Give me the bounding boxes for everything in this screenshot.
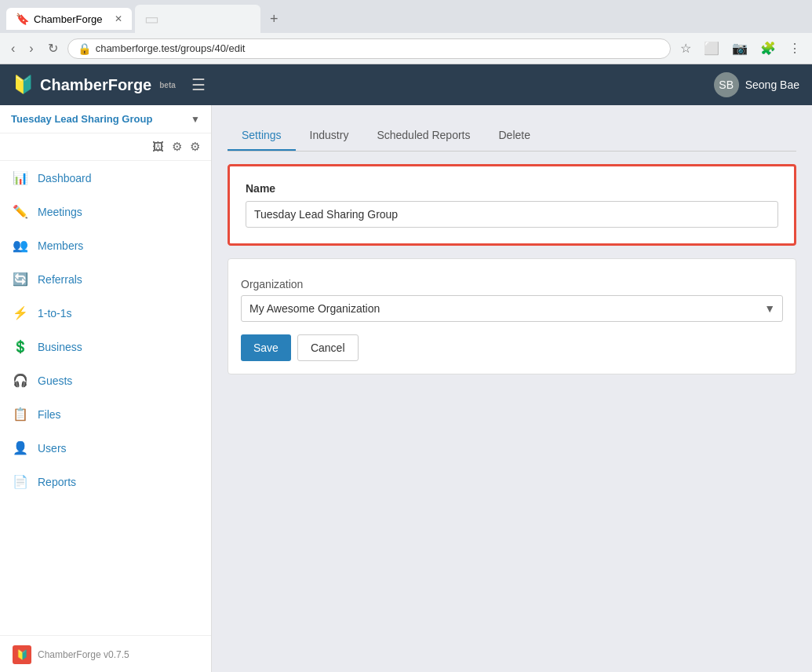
tab-title: ChamberForge [34, 13, 102, 25]
org-label: Organization [241, 272, 783, 290]
sidebar-item-meetings[interactable]: ✏️ Meetings [0, 195, 211, 228]
app-container: 🔰 ChamberForge beta ☰ SB Seong Bae Tuesd… [0, 64, 812, 672]
logo-icon: 🔰 [13, 75, 34, 95]
sidebar-footer: 🔰 ChamberForge v0.7.5 [0, 635, 211, 672]
hamburger-menu-button[interactable]: ☰ [191, 75, 206, 94]
app-logo: 🔰 ChamberForge beta [13, 75, 176, 95]
footer-logo: 🔰 [13, 645, 31, 664]
user-menu-button[interactable]: SB Seong Bae [714, 72, 799, 97]
guests-icon: 🎧 [13, 373, 28, 388]
browser-tab-active[interactable]: 🔖 ChamberForge ✕ [6, 8, 132, 30]
gear-icon[interactable]: ⚙ [172, 140, 182, 154]
sidebar-item-guests[interactable]: 🎧 Guests [0, 363, 211, 397]
one-to-ones-icon: ⚡ [13, 305, 28, 320]
sidebar-item-business[interactable]: 💲 Business [0, 330, 211, 363]
organization-section: Organization My Awesome Organization ▼ S… [228, 258, 796, 374]
sidebar-item-label: Guests [38, 374, 72, 387]
tab-delete[interactable]: Delete [484, 121, 544, 151]
images-icon[interactable]: 🖼 [152, 140, 164, 154]
forward-button[interactable]: › [24, 38, 38, 59]
sidebar-item-label: Meetings [38, 206, 82, 218]
tab-placeholder: ▭ [144, 9, 159, 28]
tab-navigation: Settings Industry Scheduled Reports Dele… [228, 121, 796, 152]
new-tab-button[interactable]: + [264, 8, 285, 31]
settings-icon[interactable]: ⚙ [190, 140, 200, 154]
url-bar[interactable]: 🔒 chamberforge.test/groups/40/edit [67, 38, 671, 59]
name-input[interactable] [246, 201, 778, 228]
sidebar-item-label: Users [38, 442, 67, 455]
members-icon: 👥 [13, 238, 28, 253]
top-nav: 🔰 ChamberForge beta ☰ SB Seong Bae [0, 64, 812, 105]
browser-toolbar: ‹ › ↻ 🔒 chamberforge.test/groups/40/edit… [0, 33, 812, 64]
org-select[interactable]: My Awesome Organization [241, 295, 783, 322]
name-label: Name [246, 182, 778, 195]
sidebar-item-label: Files [38, 408, 61, 421]
content-area: Settings Industry Scheduled Reports Dele… [212, 105, 812, 672]
business-icon: 💲 [13, 339, 28, 354]
files-icon: 📋 [13, 407, 28, 422]
reports-icon: 📄 [13, 474, 28, 489]
sidebar-icon-row: 🖼 ⚙ ⚙ [0, 133, 211, 161]
sidebar: Tuesday Lead Sharing Group ▼ 🖼 ⚙ ⚙ 📊 Das… [0, 105, 212, 672]
reload-button[interactable]: ↻ [43, 38, 63, 59]
tab-view-button[interactable]: ⬜ [699, 38, 724, 59]
tab-bar: 🔖 ChamberForge ✕ ▭ + [0, 0, 812, 33]
menu-button[interactable]: ⋮ [784, 38, 806, 59]
sidebar-group-name: Tuesday Lead Sharing Group [11, 113, 191, 125]
sidebar-item-label: Business [38, 341, 82, 353]
tab-scheduled-reports[interactable]: Scheduled Reports [362, 121, 484, 151]
tab-close-button[interactable]: ✕ [115, 13, 122, 24]
extension-button[interactable]: 🧩 [756, 38, 781, 59]
settings-form-card: Name [228, 164, 796, 246]
username-label: Seong Bae [745, 79, 799, 91]
user-avatar: SB [714, 72, 739, 97]
tab-favicon: 🔖 [16, 13, 29, 25]
referrals-icon: 🔄 [13, 272, 28, 287]
secure-icon: 🔒 [78, 42, 91, 55]
sidebar-item-referrals[interactable]: 🔄 Referrals [0, 262, 211, 296]
sidebar-item-dashboard[interactable]: 📊 Dashboard [0, 161, 211, 195]
save-button[interactable]: Save [241, 334, 291, 361]
sidebar-group-header[interactable]: Tuesday Lead Sharing Group ▼ [0, 105, 211, 133]
sidebar-item-label: Members [38, 239, 83, 252]
sidebar-item-reports[interactable]: 📄 Reports [0, 465, 211, 499]
form-button-row: Save Cancel [241, 334, 783, 361]
logo-text: ChamberForge [40, 76, 151, 94]
sidebar-item-users[interactable]: 👤 Users [0, 431, 211, 465]
sidebar-item-label: Referrals [38, 273, 82, 286]
screenshot-button[interactable]: 📷 [727, 38, 752, 59]
org-select-wrapper: My Awesome Organization ▼ [241, 295, 783, 322]
sidebar-item-label: 1-to-1s [38, 307, 72, 320]
tab-settings[interactable]: Settings [228, 121, 296, 151]
browser-chrome: 🔖 ChamberForge ✕ ▭ + ‹ › ↻ 🔒 chamberforg… [0, 0, 812, 64]
sidebar-item-files[interactable]: 📋 Files [0, 397, 211, 431]
footer-version: ChamberForge v0.7.5 [38, 649, 129, 660]
beta-badge: beta [159, 81, 176, 89]
sidebar-item-label: Dashboard [38, 172, 92, 184]
bookmark-button[interactable]: ☆ [675, 38, 696, 59]
back-button[interactable]: ‹ [6, 38, 20, 59]
meetings-icon: ✏️ [13, 204, 28, 219]
main-area: Tuesday Lead Sharing Group ▼ 🖼 ⚙ ⚙ 📊 Das… [0, 105, 812, 672]
chevron-down-icon: ▼ [191, 114, 200, 125]
sidebar-item-one-to-ones[interactable]: ⚡ 1-to-1s [0, 296, 211, 330]
dashboard-icon: 📊 [13, 170, 28, 185]
url-text: chamberforge.test/groups/40/edit [96, 42, 246, 54]
browser-tab-inactive[interactable]: ▭ [135, 5, 260, 33]
sidebar-item-members[interactable]: 👥 Members [0, 228, 211, 262]
browser-action-buttons: ☆ ⬜ 📷 🧩 ⋮ [675, 38, 806, 59]
sidebar-item-label: Reports [38, 476, 76, 488]
users-icon: 👤 [13, 440, 28, 455]
tab-industry[interactable]: Industry [296, 121, 363, 151]
cancel-button[interactable]: Cancel [297, 334, 359, 361]
